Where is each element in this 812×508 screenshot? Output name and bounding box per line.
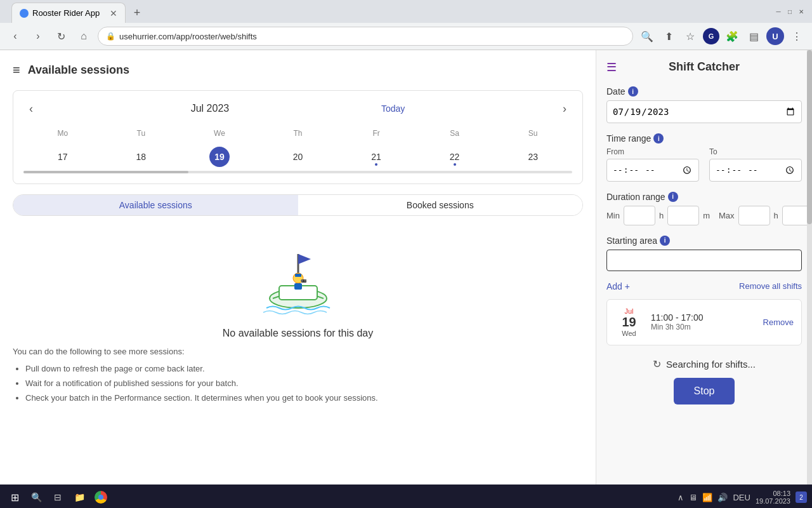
min-label: Min bbox=[606, 211, 620, 220]
user-profile-btn[interactable]: U bbox=[766, 27, 784, 45]
min-minutes-input[interactable] bbox=[667, 206, 699, 225]
svg-point-7 bbox=[304, 279, 306, 282]
lock-icon: 🔒 bbox=[106, 32, 115, 41]
tab-favicon bbox=[20, 9, 29, 18]
taskbar-volume-icon[interactable]: 🔊 bbox=[717, 493, 728, 502]
searching-row: ↻ Searching for shifts... bbox=[606, 351, 802, 378]
remove-shift-btn[interactable]: Remove bbox=[763, 318, 794, 327]
to-time-input[interactable] bbox=[709, 159, 802, 182]
taskbar-chrome-btn[interactable] bbox=[91, 488, 110, 507]
title-bar: Rooster Rider App ✕ + ─ □ ✕ bbox=[0, 0, 812, 23]
notification-badge[interactable]: 2 bbox=[796, 491, 807, 503]
active-tab[interactable]: Rooster Rider App ✕ bbox=[11, 3, 126, 23]
left-panel: ≡ Available sessions ‹ Jul 2023 Today › … bbox=[0, 50, 596, 485]
taskbar-search-btn[interactable]: 🔍 bbox=[27, 488, 46, 507]
booked-sessions-tab[interactable]: Booked sessions bbox=[298, 195, 583, 215]
home-btn[interactable]: ⌂ bbox=[75, 27, 93, 45]
address-bar-row: ‹ › ↻ ⌂ 🔒 usehurrier.com/app/rooster/web… bbox=[0, 23, 812, 50]
cal-prev-btn[interactable]: ‹ bbox=[23, 101, 39, 116]
shift-catcher-panel: ☰ Shift Catcher Date i Time range i bbox=[596, 50, 812, 485]
language-indicator[interactable]: DEU bbox=[733, 493, 750, 502]
shift-card: Jul 19 Wed 11:00 - 17:00 Min 3h 30m Remo… bbox=[606, 299, 802, 345]
cal-day-21[interactable]: 21 bbox=[366, 147, 386, 167]
cal-header-th: Th bbox=[259, 126, 337, 140]
today-btn[interactable]: Today bbox=[381, 104, 405, 114]
shift-time: 11:00 - 17:00 bbox=[651, 312, 756, 323]
time-range-group: Time range i From To bbox=[606, 133, 802, 182]
date-input[interactable] bbox=[606, 100, 802, 123]
cal-day-23[interactable]: 23 bbox=[523, 147, 543, 167]
shift-date-block: Jul 19 Wed bbox=[615, 307, 643, 337]
no-sessions-subtitle: You can do the following to see more ses… bbox=[13, 347, 583, 356]
browser-actions: 🔍 ⬆ ☆ G 🧩 ▤ U ⋮ bbox=[638, 27, 806, 45]
close-btn[interactable]: ✕ bbox=[797, 7, 806, 16]
menu-btn[interactable]: ⋮ bbox=[788, 27, 806, 45]
main-content: ≡ Available sessions ‹ Jul 2023 Today › … bbox=[0, 50, 812, 485]
from-time-input[interactable] bbox=[606, 159, 699, 182]
searching-text: Searching for shifts... bbox=[666, 359, 756, 370]
new-tab-btn[interactable]: + bbox=[128, 4, 146, 22]
cal-day-18[interactable]: 18 bbox=[131, 147, 151, 167]
max-hours-input[interactable] bbox=[738, 206, 770, 225]
taskbar-task-view-btn[interactable]: ⊟ bbox=[48, 488, 67, 507]
taskbar-files-btn[interactable]: 📁 bbox=[70, 488, 89, 507]
taskbar: ⊞ 🔍 ⊟ 📁 ∧ 🖥 📶 🔊 DEU 08:13 19.07.2023 2 bbox=[0, 485, 812, 508]
min-h-label: h bbox=[659, 211, 664, 220]
refresh-btn[interactable]: ↻ bbox=[52, 27, 70, 45]
shift-info: 11:00 - 17:00 Min 3h 30m bbox=[651, 312, 756, 331]
forward-btn[interactable]: › bbox=[29, 27, 47, 45]
sidebar-btn[interactable]: ▤ bbox=[745, 27, 763, 45]
cal-day-20[interactable]: 20 bbox=[287, 147, 308, 167]
cal-day-19-today[interactable]: 19 bbox=[209, 147, 230, 167]
profile-icon[interactable]: G bbox=[703, 28, 719, 44]
cal-header-mo: Mo bbox=[23, 126, 102, 140]
date-info-icon[interactable]: i bbox=[628, 86, 638, 97]
area-input[interactable] bbox=[606, 250, 802, 271]
panel-menu-icon[interactable]: ☰ bbox=[606, 60, 617, 74]
bookmark-btn[interactable]: ☆ bbox=[681, 27, 699, 45]
area-group: Starting area i bbox=[606, 236, 802, 271]
duration-label: Duration range i bbox=[606, 192, 802, 202]
calendar-scroll-bar[interactable] bbox=[23, 171, 572, 173]
duration-row: Min h m Max h m bbox=[606, 206, 802, 225]
address-bar[interactable]: 🔒 usehurrier.com/app/rooster/web/shifts bbox=[98, 27, 633, 46]
min-m-label: m bbox=[703, 211, 710, 220]
time-range-label: Time range i bbox=[606, 133, 802, 144]
duration-info-icon[interactable]: i bbox=[668, 192, 678, 202]
start-menu-btn[interactable]: ⊞ bbox=[5, 488, 24, 507]
shift-month: Jul bbox=[615, 307, 643, 315]
minimize-btn[interactable]: ─ bbox=[774, 7, 783, 16]
taskbar-network-icon[interactable]: 📶 bbox=[702, 493, 712, 502]
calendar-header: ‹ Jul 2023 Today › bbox=[23, 101, 572, 116]
min-hours-input[interactable] bbox=[624, 206, 655, 225]
panel-scrollbar-thumb bbox=[807, 50, 812, 224]
max-label: Max bbox=[719, 211, 735, 220]
area-info-icon[interactable]: i bbox=[660, 236, 670, 246]
cal-day-22[interactable]: 22 bbox=[445, 147, 465, 167]
svg-rect-8 bbox=[295, 274, 301, 277]
search-btn[interactable]: 🔍 bbox=[638, 27, 656, 45]
available-sessions-tab[interactable]: Available sessions bbox=[13, 195, 298, 215]
time-range-info-icon[interactable]: i bbox=[653, 133, 664, 144]
calendar-container: ‹ Jul 2023 Today › Mo Tu We Th Fr Sa Su … bbox=[13, 90, 583, 184]
remove-all-btn[interactable]: Remove all shifts bbox=[739, 281, 802, 291]
cal-day-17[interactable]: 17 bbox=[53, 147, 73, 167]
shift-min-duration: Min 3h 30m bbox=[651, 323, 756, 331]
hamburger-menu-icon[interactable]: ≡ bbox=[13, 63, 20, 77]
panel-scrollbar[interactable] bbox=[807, 50, 812, 485]
cal-header-sa: Sa bbox=[416, 126, 494, 140]
add-shift-btn[interactable]: Add + bbox=[606, 281, 630, 291]
calendar-grid: Mo Tu We Th Fr Sa Su 17 18 19 20 21 22 2… bbox=[23, 126, 572, 168]
share-btn[interactable]: ⬆ bbox=[660, 27, 678, 45]
extensions-btn[interactable]: 🧩 bbox=[723, 27, 741, 45]
back-btn[interactable]: ‹ bbox=[6, 27, 24, 45]
svg-point-6 bbox=[301, 279, 303, 282]
stop-btn[interactable]: Stop bbox=[674, 378, 735, 404]
cal-next-btn[interactable]: › bbox=[557, 101, 572, 116]
taskbar-monitor-icon[interactable]: 🖥 bbox=[689, 493, 697, 502]
tab-close-btn[interactable]: ✕ bbox=[110, 8, 117, 18]
tray-up-icon[interactable]: ∧ bbox=[678, 493, 684, 502]
date-group: Date i bbox=[606, 86, 802, 123]
time-range-row: From To bbox=[606, 147, 802, 182]
maximize-btn[interactable]: □ bbox=[785, 7, 794, 16]
